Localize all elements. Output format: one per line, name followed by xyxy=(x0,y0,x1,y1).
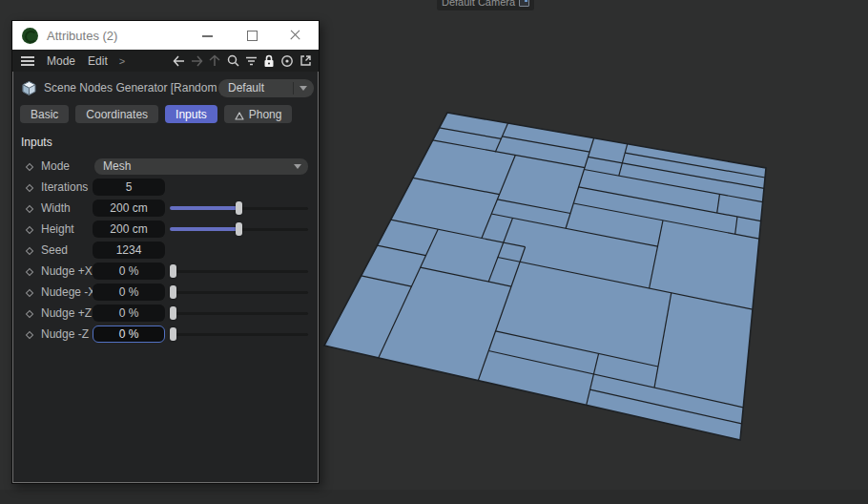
tab-phong[interactable]: Phong xyxy=(224,105,293,123)
diamond-icon xyxy=(25,204,32,212)
object-name: Scene Nodes Generator [Random D.. xyxy=(44,81,218,94)
height-slider[interactable] xyxy=(170,221,308,237)
nudge-x-slider[interactable] xyxy=(170,263,308,279)
width-field[interactable]: 200 cm xyxy=(93,200,165,217)
chevron-down-icon xyxy=(294,164,301,169)
hamburger-menu-icon[interactable] xyxy=(21,56,34,66)
diamond-icon xyxy=(25,330,32,338)
param-label-mode: Mode xyxy=(41,159,93,173)
diamond-icon xyxy=(25,183,32,191)
menu-overflow-chevron[interactable]: > xyxy=(119,55,125,67)
nudge-z-slider-knob[interactable] xyxy=(170,327,176,341)
seed-field[interactable]: 1234 xyxy=(93,242,165,259)
param-label-width: Width xyxy=(41,201,93,215)
cube-icon xyxy=(21,80,37,96)
nudege-x-field[interactable]: 0 % xyxy=(93,284,165,301)
subdivided-plane-mesh[interactable] xyxy=(324,113,766,440)
param-row-seed: Seed1234 xyxy=(25,240,308,261)
diamond-icon xyxy=(25,162,32,170)
target-icon[interactable] xyxy=(280,53,294,68)
param-label-seed: Seed xyxy=(41,243,93,257)
menubar: Mode Edit > xyxy=(12,50,319,72)
menu-mode[interactable]: Mode xyxy=(47,54,75,68)
param-label-nudge-z: Nudge -Z xyxy=(41,327,93,341)
minimize-button[interactable] xyxy=(200,28,216,43)
attributes-manager-icon xyxy=(22,28,38,44)
param-row-nudege-x: Nudege -X0 % xyxy=(25,282,308,303)
toolbar-icons xyxy=(172,53,319,68)
menu-edit[interactable]: Edit xyxy=(88,54,108,68)
iterations-field[interactable]: 5 xyxy=(93,178,165,196)
popout-icon[interactable] xyxy=(299,53,312,68)
preset-value: Default xyxy=(228,81,293,94)
param-row-width: Width200 cm xyxy=(25,198,308,219)
attributes-content: Scene Nodes Generator [Random D.. Defaul… xyxy=(12,72,319,483)
mode-dropdown[interactable]: Mesh xyxy=(94,158,308,175)
diamond-icon xyxy=(25,225,32,233)
lock-icon[interactable] xyxy=(262,53,276,68)
nudge-z-slider[interactable] xyxy=(170,326,308,342)
close-button[interactable] xyxy=(288,28,303,43)
param-label-height: Height xyxy=(41,222,93,236)
tab-inputs[interactable]: Inputs xyxy=(165,105,217,123)
camera-popout-icon[interactable] xyxy=(519,0,529,7)
nudge-x-field[interactable]: 0 % xyxy=(93,262,165,280)
tab-basic[interactable]: Basic xyxy=(20,105,69,123)
param-row-nudge-z: Nudge +Z0 % xyxy=(25,303,308,324)
filter-icon[interactable] xyxy=(244,53,258,68)
width-slider-knob[interactable] xyxy=(236,201,242,215)
camera-label-text: Default Camera xyxy=(442,0,515,8)
titlebar[interactable]: Attributes (2) xyxy=(12,21,319,50)
diamond-icon xyxy=(25,267,32,275)
param-row-iterations: Iterations5 xyxy=(25,177,308,198)
width-slider[interactable] xyxy=(170,200,308,216)
height-field[interactable]: 200 cm xyxy=(93,220,165,238)
nudge-z-field[interactable]: 0 % xyxy=(93,326,165,343)
diamond-icon xyxy=(25,288,32,296)
param-list: ModeMeshIterations5Width200 cmHeight200 … xyxy=(13,156,318,345)
param-label-iterations: Iterations xyxy=(41,180,93,194)
window-controls xyxy=(200,28,319,43)
back-arrow-icon[interactable] xyxy=(172,53,185,68)
tabs-row: Basic Coordinates Inputs Phong xyxy=(20,105,318,123)
attributes-window: Attributes (2) Mode Edit > xyxy=(11,20,320,484)
nudege-x-slider-knob[interactable] xyxy=(170,285,176,299)
param-label-nudge-z: Nudge +Z xyxy=(41,306,93,320)
nudge-x-slider-knob[interactable] xyxy=(170,264,176,278)
tab-coordinates[interactable]: Coordinates xyxy=(75,105,158,123)
diamond-icon xyxy=(25,246,32,254)
param-label-nudege-x: Nudege -X xyxy=(41,285,93,299)
nudege-x-slider[interactable] xyxy=(170,284,308,300)
up-arrow-icon[interactable] xyxy=(208,53,221,68)
chevron-down-icon xyxy=(300,86,307,91)
preset-divider xyxy=(293,82,294,94)
param-row-mode: ModeMesh xyxy=(25,156,308,177)
param-row-height: Height200 cm xyxy=(25,219,308,240)
nudge-z-field[interactable]: 0 % xyxy=(93,304,165,322)
diamond-icon xyxy=(25,309,32,317)
height-slider-knob[interactable] xyxy=(236,222,242,236)
viewport-bottom-strip xyxy=(0,490,868,504)
mode-value: Mesh xyxy=(103,159,294,173)
param-label-nudge-x: Nudge +X xyxy=(41,264,93,278)
forward-arrow-icon[interactable] xyxy=(190,53,203,68)
nudge-z-slider-knob[interactable] xyxy=(170,306,176,320)
maximize-button[interactable] xyxy=(244,28,259,43)
object-row: Scene Nodes Generator [Random D.. Defaul… xyxy=(21,77,314,98)
section-header: Inputs xyxy=(21,136,318,149)
nudge-z-slider[interactable] xyxy=(170,305,308,321)
phong-triangle-icon xyxy=(235,110,244,118)
camera-label[interactable]: Default Camera xyxy=(437,0,534,10)
preset-dropdown[interactable]: Default xyxy=(218,79,314,97)
window-title: Attributes (2) xyxy=(47,29,200,43)
param-row-nudge-z: Nudge -Z0 % xyxy=(25,324,308,345)
param-row-nudge-x: Nudge +X0 % xyxy=(25,261,308,282)
search-icon[interactable] xyxy=(226,53,239,68)
